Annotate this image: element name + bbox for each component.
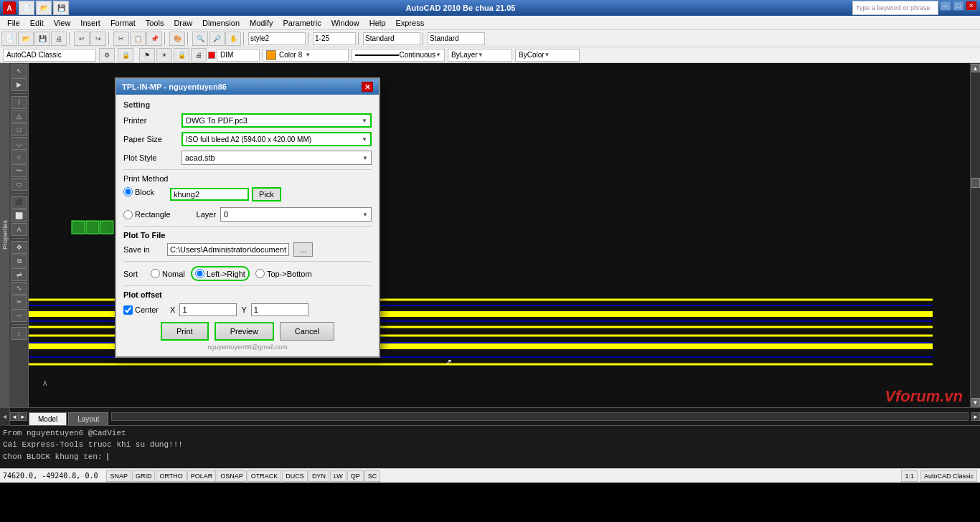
center-checkbox-label[interactable]: Center [123, 305, 159, 315]
tb-zoom-prev[interactable]: 🔍 [192, 32, 208, 46]
dialog-close-btn[interactable]: ✕ [362, 82, 373, 92]
scroll-left-btn[interactable]: ◄ [0, 408, 10, 426]
workspace-dropdown[interactable]: AutoCAD Classic [3, 49, 96, 62]
osnap-btn[interactable]: OSNAP [217, 470, 247, 482]
tb-lock[interactable]: 🔒 [118, 48, 133, 62]
tb-copy[interactable]: 📋 [130, 32, 146, 46]
lt-line[interactable]: / [11, 96, 27, 109]
tb-new2[interactable]: 📄 [1, 32, 17, 46]
layer-btn3[interactable]: 🔓 [174, 48, 189, 62]
lt-hatch[interactable]: ⬛ [11, 196, 27, 209]
menu-file[interactable]: File [3, 18, 24, 28]
left-right-radio-label[interactable]: Left->Right [191, 266, 250, 281]
tb-pan[interactable]: ✋ [225, 32, 241, 46]
normal-radio-label[interactable]: Nomal [151, 269, 185, 278]
block-name-input[interactable] [170, 188, 249, 201]
rectangle-radio-label[interactable]: Rectangle [123, 210, 171, 219]
grid-btn[interactable]: GRID [132, 470, 156, 482]
ortho-btn[interactable]: ORTHO [156, 470, 186, 482]
lt-copy2[interactable]: ⧉ [11, 255, 27, 267]
top-bottom-radio[interactable] [255, 269, 265, 278]
tab-scroll-right[interactable]: ► [19, 412, 27, 421]
lt-arrow[interactable]: ▶ [11, 78, 27, 91]
scale-display[interactable]: 1:1 [901, 470, 918, 482]
layer-btn4[interactable]: 🖨 [191, 48, 207, 62]
left-right-radio[interactable] [195, 269, 204, 278]
tb-matchprop[interactable]: 🎨 [169, 32, 185, 46]
right-scrollbar[interactable]: ▲ ▼ [970, 63, 980, 407]
normal-radio[interactable] [151, 269, 160, 278]
menu-help[interactable]: Help [365, 18, 390, 28]
tb-cut[interactable]: ✂ [113, 32, 129, 46]
plotstyle-dropdown[interactable]: ByColor ▼ [515, 49, 580, 62]
pick-button[interactable]: Pick [252, 187, 281, 201]
lt-pick[interactable]: ↖ [11, 65, 27, 77]
lt-block[interactable]: ⬜ [11, 209, 27, 222]
menu-dimension[interactable]: Dimension [198, 18, 244, 28]
tb-new[interactable]: 📄 [19, 1, 34, 15]
tb-redo[interactable]: ↪ [90, 32, 106, 46]
top-bottom-radio-label[interactable]: Top->Bottom [255, 269, 312, 278]
layer-btn2[interactable]: ☀ [156, 48, 172, 62]
plot-style-dropdown[interactable]: acad.stb ▼ [182, 151, 372, 165]
dim-label[interactable]: DIM [217, 49, 260, 62]
y-input[interactable] [251, 303, 308, 316]
cancel-button[interactable]: Cancel [280, 322, 334, 341]
properties-panel[interactable]: Properties [0, 63, 10, 407]
print-button[interactable]: Print [161, 322, 209, 341]
menu-express[interactable]: Express [391, 18, 428, 28]
canvas-area[interactable]: ✦ A TPL-IN-MP - nguyentuyen86 ✕ Setting … [29, 63, 970, 407]
menu-insert[interactable]: Insert [76, 18, 105, 28]
restore-btn[interactable]: □ [953, 1, 964, 11]
snap-btn[interactable]: SNAP [106, 470, 131, 482]
tb-save2[interactable]: 💾 [34, 32, 50, 46]
cmd-input[interactable]: | [105, 452, 249, 461]
scroll-up-btn[interactable]: ▲ [971, 64, 980, 72]
lt-trim[interactable]: ✂ [11, 295, 27, 308]
menu-edit[interactable]: Edit [26, 18, 48, 28]
block-radio[interactable] [123, 187, 133, 196]
qp-btn[interactable]: QP [347, 470, 364, 482]
menu-draw[interactable]: Draw [169, 18, 197, 28]
printer-dropdown[interactable]: DWG To PDF.pc3 ▼ [182, 113, 372, 128]
scale-dropdown[interactable]: 1-25 [313, 32, 356, 45]
ducs-btn[interactable]: DUCS [282, 470, 308, 482]
color-dropdown[interactable]: Color 8 ▼ [263, 49, 349, 62]
browse-button[interactable]: ... [293, 242, 313, 257]
scroll-right-btn[interactable]: ► [971, 412, 980, 421]
lt-text[interactable]: A [11, 223, 27, 236]
lt-dim[interactable]: ↕ [11, 327, 27, 340]
preview-button[interactable]: Preview [215, 322, 274, 341]
standard-dropdown1[interactable]: Standard [363, 32, 420, 45]
otrack-btn[interactable]: OTRACK [248, 470, 282, 482]
style-dropdown[interactable]: style2 [248, 32, 306, 45]
tb-open[interactable]: 📂 [36, 1, 52, 15]
lineweight-dropdown[interactable]: ByLayer ▼ [448, 49, 512, 62]
dyn-btn[interactable]: DYN [308, 470, 329, 482]
lt-circle[interactable]: ○ [11, 151, 27, 163]
menu-format[interactable]: Format [106, 18, 140, 28]
polar-btn[interactable]: POLAR [187, 470, 217, 482]
lt-scale[interactable]: ⤡ [11, 282, 27, 295]
save-path-input[interactable] [167, 243, 289, 256]
scroll-down-btn[interactable]: ▼ [971, 398, 980, 407]
lt-spline[interactable]: 〜 [11, 164, 27, 177]
tb-undo[interactable]: ↩ [74, 32, 90, 46]
lt-ellipse[interactable]: ⬭ [11, 178, 27, 191]
horizontal-scrollbar[interactable] [111, 412, 969, 421]
menu-modify[interactable]: Modify [245, 18, 277, 28]
close-btn[interactable]: ✕ [966, 1, 977, 11]
sc-btn[interactable]: SC [364, 470, 381, 482]
tb-settings[interactable]: ⚙ [99, 48, 115, 62]
menu-tools[interactable]: Tools [141, 18, 169, 28]
rectangle-radio[interactable] [123, 210, 133, 219]
linetype-dropdown[interactable]: Continuous ▼ [352, 49, 445, 62]
menu-parametric[interactable]: Parametric [278, 18, 325, 28]
tb-plot[interactable]: 🖨 [51, 32, 67, 46]
tb-save[interactable]: 💾 [53, 1, 69, 15]
lt-arc[interactable]: ◡ [11, 137, 27, 150]
lt-poly[interactable]: △ [11, 110, 27, 123]
lt-extend[interactable]: ↔ [11, 309, 27, 322]
lt-rect[interactable]: □ [11, 123, 27, 136]
lw-btn[interactable]: LW [330, 470, 347, 482]
